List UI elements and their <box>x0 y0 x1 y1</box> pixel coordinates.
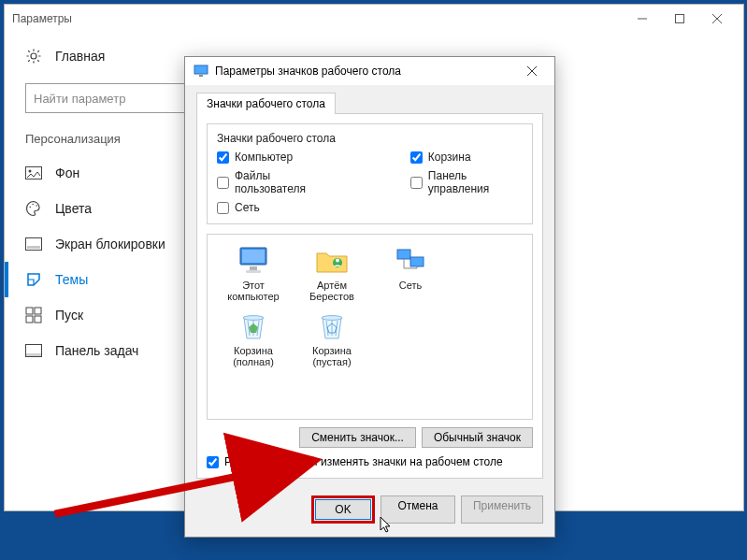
sidebar-label: Темы <box>55 272 88 287</box>
monitor-icon <box>193 63 209 79</box>
recycle-empty-icon <box>315 309 349 343</box>
checkbox-userfiles[interactable]: Файлы пользователя <box>217 169 336 195</box>
start-icon <box>25 307 42 323</box>
checkbox-computer[interactable]: Компьютер <box>217 151 336 164</box>
svg-point-33 <box>322 316 342 321</box>
recycle-full-icon <box>237 309 270 343</box>
icon-item-recycle-empty[interactable]: Корзина (пустая) <box>295 309 368 367</box>
icon-label: Корзина (пустая) <box>295 345 368 367</box>
checkbox-recycle[interactable]: Корзина <box>410 151 523 164</box>
svg-rect-14 <box>35 316 41 323</box>
maximize-button[interactable] <box>661 7 698 31</box>
apply-button[interactable]: Применить <box>461 495 543 524</box>
icon-label: Корзина (полная) <box>217 345 290 367</box>
search-placeholder: Найти параметр <box>34 92 125 106</box>
svg-point-8 <box>36 205 37 207</box>
svg-point-7 <box>33 204 35 206</box>
icon-label: Сеть <box>399 280 422 291</box>
icon-item-network[interactable]: Сеть <box>374 244 447 302</box>
dialog-title: Параметры значков рабочего стола <box>215 65 401 78</box>
checkbox-network[interactable]: Сеть <box>217 201 336 214</box>
folder-user-icon <box>315 244 349 278</box>
dialog-footer: OK Отмена Применить <box>185 486 554 537</box>
close-button[interactable] <box>698 7 736 31</box>
fieldset-legend: Значки рабочего стола <box>217 132 523 145</box>
home-label: Главная <box>55 49 105 64</box>
svg-point-32 <box>243 316 264 321</box>
minimize-button[interactable] <box>624 7 661 31</box>
svg-rect-13 <box>26 316 33 323</box>
icon-item-computer[interactable]: Этот компьютер <box>217 244 290 302</box>
computer-icon <box>237 244 270 278</box>
svg-rect-24 <box>246 270 261 273</box>
tab-desktop-icons[interactable]: Значки рабочего стола <box>196 93 336 114</box>
sidebar-label: Цвета <box>55 201 92 216</box>
dialog-close-button[interactable] <box>513 59 551 83</box>
icon-label: Артём Берестов <box>295 280 368 302</box>
svg-rect-10 <box>27 246 40 249</box>
settings-titlebar: Параметры <box>5 5 743 33</box>
icon-item-recycle-full[interactable]: Корзина (полная) <box>217 309 290 367</box>
icons-fieldset: Значки рабочего стола Компьютер Файлы по… <box>207 123 533 224</box>
sidebar-label: Экран блокировки <box>55 237 165 251</box>
checkbox-controlpanel[interactable]: Панель управления <box>410 169 523 195</box>
icon-label: Этот компьютер <box>217 280 290 302</box>
svg-point-26 <box>336 259 339 263</box>
themes-icon <box>25 271 42 288</box>
settings-title: Параметры <box>12 12 72 25</box>
network-icon <box>394 244 427 278</box>
palette-icon <box>25 200 42 217</box>
dialog-titlebar: Параметры значков рабочего стола <box>185 57 554 85</box>
desktop-icon-dialog: Параметры значков рабочего стола Значки … <box>184 56 555 538</box>
svg-point-6 <box>30 207 32 208</box>
svg-rect-23 <box>250 266 257 270</box>
svg-rect-17 <box>194 65 208 74</box>
cursor-icon <box>380 516 393 533</box>
checkbox-allow-themes[interactable]: Разрешить темам изменять значки на рабоч… <box>207 455 533 468</box>
svg-rect-12 <box>35 308 41 314</box>
svg-rect-11 <box>26 308 33 314</box>
svg-rect-28 <box>410 257 424 266</box>
lock-icon <box>25 236 42 252</box>
taskbar-icon <box>25 342 42 359</box>
svg-point-5 <box>29 170 32 173</box>
icon-preview-box: Этот компьютер Артём Берестов Сеть Корзи… <box>207 234 533 420</box>
svg-rect-27 <box>397 250 410 259</box>
svg-rect-16 <box>26 353 42 357</box>
change-icon-button[interactable]: Сменить значок... <box>299 427 416 448</box>
sidebar-label: Фон <box>55 165 79 180</box>
default-icon-button[interactable]: Обычный значок <box>422 427 533 448</box>
svg-rect-18 <box>199 75 203 77</box>
svg-rect-22 <box>242 250 265 263</box>
sidebar-label: Панель задач <box>55 343 138 358</box>
sidebar-label: Пуск <box>55 308 83 323</box>
ok-highlight: OK <box>311 495 375 524</box>
ok-button[interactable]: OK <box>315 499 371 520</box>
icon-item-userfiles[interactable]: Артём Берестов <box>295 244 368 302</box>
svg-rect-1 <box>676 15 684 23</box>
image-icon <box>25 165 42 181</box>
gear-icon <box>25 48 42 65</box>
